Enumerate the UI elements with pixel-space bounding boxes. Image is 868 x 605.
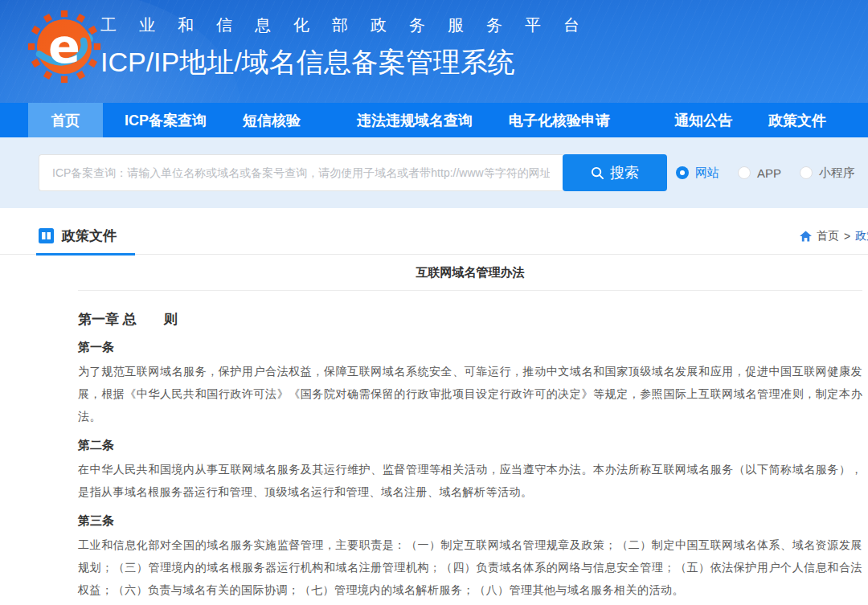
nav-item-sms-verify[interactable]: 短信核验	[243, 103, 301, 137]
search-icon	[591, 166, 604, 180]
search-button-label: 搜索	[610, 163, 639, 182]
nav-item-illegal-domain-query[interactable]: 违法违规域名查询	[357, 103, 473, 137]
breadcrumb-separator: >	[844, 230, 850, 243]
site-header: e 工业和信息化部政务服务平台 ICP/IP地址/域名信息备案管理系统	[0, 0, 868, 103]
section-active-underline	[36, 253, 135, 255]
nav-item-e-verify-apply[interactable]: 电子化核验申请	[509, 103, 610, 137]
radio-website-label: 网站	[695, 166, 719, 181]
radio-app[interactable]: APP	[738, 166, 781, 180]
header-titles: 工业和信息化部政务服务平台 ICP/IP地址/域名信息备案管理系统	[100, 14, 602, 81]
radio-unselected-icon	[800, 166, 813, 179]
svg-text:e: e	[48, 18, 80, 74]
radio-mini-program[interactable]: 小程序	[800, 166, 855, 181]
article-2: 第二条 在中华人民共和国境内从事互联网域名服务及其运行维护、监督管理等相关活动，…	[78, 437, 862, 503]
section-header: 政策文件 首页 > 政策文件	[0, 208, 868, 255]
radio-unselected-icon	[738, 166, 751, 179]
title-divider	[78, 290, 862, 291]
miit-logo-gear-e-icon: e	[27, 10, 101, 84]
article-body: 为了规范互联网域名服务，保护用户合法权益，保障互联网域名系统安全、可靠运行，推动…	[78, 360, 862, 427]
nav-item-icp-query[interactable]: ICP备案查询	[125, 103, 207, 137]
system-title: ICP/IP地址/域名信息备案管理系统	[100, 44, 602, 81]
document-title: 互联网域名管理办法	[78, 264, 862, 280]
breadcrumb-home-link[interactable]: 首页	[817, 229, 839, 243]
search-button[interactable]: 搜索	[563, 154, 667, 191]
search-input[interactable]	[39, 154, 563, 191]
radio-website[interactable]: 网站	[676, 166, 719, 181]
nav-item-home[interactable]: 首页	[28, 103, 103, 137]
page: e 工业和信息化部政务服务平台 ICP/IP地址/域名信息备案管理系统 首页 I…	[0, 0, 868, 605]
article-body: 工业和信息化部对全国的域名服务实施监督管理，主要职责是：（一）制定互联网域名管理…	[78, 533, 862, 601]
search-type-radio-group: 网站 APP 小程序 快应用	[676, 154, 868, 191]
platform-title: 工业和信息化部政务服务平台	[100, 14, 602, 36]
policy-document: 互联网域名管理办法 第一章 总 则 第一条 为了规范互联网域名服务，保护用户合法…	[78, 264, 862, 605]
search-band: 搜索 网站 APP 小程序 快应用	[0, 137, 868, 208]
article-3: 第三条 工业和信息化部对全国的域名服务实施监督管理，主要职责是：（一）制定互联网…	[78, 513, 862, 601]
breadcrumb-current: 政策文件	[855, 229, 868, 243]
book-icon	[39, 228, 54, 243]
radio-app-label: APP	[757, 166, 781, 180]
section-title-label: 政策文件	[62, 227, 117, 245]
article-heading: 第二条	[78, 437, 862, 453]
home-icon	[800, 231, 812, 242]
nav-item-policy-files[interactable]: 政策文件	[768, 103, 826, 137]
article-body: 在中华人民共和国境内从事互联网域名服务及其运行维护、监督管理等相关活动，应当遵守…	[78, 458, 862, 503]
main-nav: 首页 ICP备案查询 短信核验 违法违规域名查询 电子化核验申请 通知公告 政策…	[0, 103, 868, 137]
article-heading: 第一条	[78, 339, 862, 355]
nav-item-notices[interactable]: 通知公告	[674, 103, 732, 137]
article-1: 第一条 为了规范互联网域名服务，保护用户合法权益，保障互联网域名系统安全、可靠运…	[78, 339, 862, 427]
section-title: 政策文件	[39, 227, 117, 245]
breadcrumb: 首页 > 政策文件	[800, 229, 868, 243]
article-heading: 第三条	[78, 513, 862, 529]
radio-selected-icon	[676, 166, 689, 179]
chapter-heading: 第一章 总 则	[78, 310, 862, 329]
radio-mini-program-label: 小程序	[819, 166, 855, 181]
